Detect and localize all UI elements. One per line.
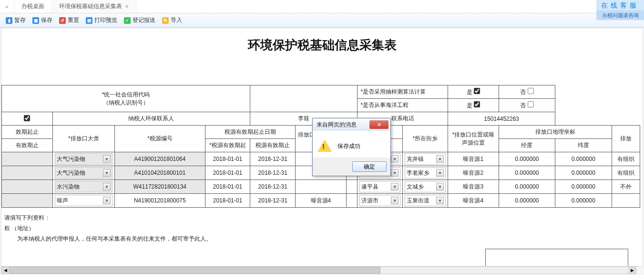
chevron-down-icon[interactable]: ▼ — [103, 183, 111, 190]
scroll-left-button[interactable]: ◀ — [1, 267, 9, 274]
row-checkbox-cell — [2, 112, 53, 126]
dialog-ok-button[interactable]: 确定 — [352, 161, 387, 172]
chevron-down-icon[interactable]: ▼ — [391, 169, 399, 177]
cell-to[interactable]: 2018-12-31 — [250, 180, 296, 194]
col-lat: 纬度 — [555, 139, 612, 152]
cell-street[interactable]: 文城乡▼ — [403, 180, 448, 194]
col-right: 排放 — [612, 126, 640, 152]
cell-lat[interactable]: 0.000000 — [555, 166, 612, 180]
cell-to[interactable]: 2018-12-31 — [250, 166, 296, 180]
label-no: 否 — [499, 99, 555, 112]
cell-to[interactable]: 2018-12-31 — [250, 194, 296, 208]
dialog-title: 来自网页的消息 — [317, 121, 357, 129]
col-tax-range: 税源有效期起止日期 — [205, 126, 296, 139]
dialog-body: ! 保存成功 — [313, 131, 390, 158]
pause-button[interactable]: ▮暂存 — [6, 16, 26, 24]
cell-cat[interactable]: 水污染物▼ — [52, 180, 114, 194]
chevron-down-icon[interactable]: ▼ — [436, 169, 444, 177]
cell-valid — [2, 194, 53, 208]
chevron-down-icon[interactable]: ▼ — [391, 155, 399, 163]
import-button[interactable]: ✎导入 — [162, 16, 182, 24]
table-row: 噪声▼N4190012018000752018-01-012018-12-31噪… — [2, 194, 640, 208]
cell-valid — [2, 152, 53, 166]
cell-cat[interactable]: 大气污染物▼ — [52, 152, 114, 166]
cell-lon[interactable]: 0.000000 — [499, 152, 555, 166]
scroll-thumb[interactable] — [9, 267, 380, 274]
warning-icon: ! — [317, 139, 332, 153]
chevron-down-icon[interactable]: ▼ — [436, 155, 444, 163]
tab-prev-button[interactable]: « — [0, 0, 14, 13]
cell-from[interactable]: 2018-01-01 — [205, 194, 250, 208]
register-button[interactable]: ✓登记报送 — [124, 16, 155, 24]
reset-button[interactable]: ↺重置 — [59, 16, 79, 24]
cell-pos[interactable]: 噪音源3 — [448, 180, 499, 194]
toolbar-label: 保存 — [41, 16, 52, 24]
cell-street[interactable]: 李老家乡▼ — [403, 166, 448, 180]
tab-env-form[interactable]: 环境保税基础信息采集表 ✕ — [52, 0, 136, 13]
save-button[interactable]: ▣保存 — [32, 16, 52, 24]
chevron-down-icon[interactable]: ▼ — [436, 183, 444, 190]
check-icon: ✓ — [124, 17, 131, 24]
message-dialog: 来自网页的消息 ✕ ! 保存成功 确定 — [312, 118, 391, 176]
cell-src: A419001201801064 — [114, 152, 205, 166]
pause-icon: ▮ — [6, 17, 12, 24]
cell-src: W411728201800134 — [114, 180, 205, 194]
cell-src: N419001201800075 — [114, 194, 205, 208]
cell-pos[interactable]: 噪音源1 — [448, 152, 499, 166]
dialog-close-button[interactable]: ✕ — [369, 120, 388, 129]
toolbar-label: 暂存 — [14, 16, 26, 24]
cell-street[interactable]: 克井镇▼ — [403, 152, 448, 166]
cell-lon[interactable]: 0.000000 — [499, 194, 555, 208]
scroll-right-button[interactable]: ▶ — [628, 267, 636, 274]
cell-noise[interactable]: 噪音源4 — [296, 194, 347, 208]
sampling-no-checkbox[interactable] — [528, 88, 534, 94]
cell-street[interactable]: 玉泉街道▼ — [403, 194, 448, 208]
chevron-down-icon[interactable]: ▼ — [391, 183, 399, 190]
dialog-footer: 确定 — [313, 158, 390, 176]
row-checkbox[interactable] — [24, 115, 30, 121]
tab-label: 环境保税基础信息采集表 — [59, 2, 122, 11]
ocean-yes-checkbox[interactable] — [474, 101, 480, 107]
dialog-titlebar[interactable]: 来自网页的消息 ✕ — [313, 118, 390, 131]
credit-code-value[interactable] — [250, 85, 358, 112]
ocean-no-checkbox[interactable] — [528, 101, 534, 107]
cell-lon[interactable]: 0.000000 — [499, 180, 555, 194]
tab-desktop[interactable]: 办税桌面 — [14, 0, 52, 13]
cell-from[interactable]: 2018-01-01 — [205, 166, 250, 180]
phone-value[interactable]: 15014452263 — [448, 112, 555, 126]
chevron-down-icon[interactable]: ▼ — [436, 197, 444, 204]
page-title: 环境保护税基础信息采集表 — [1, 28, 643, 57]
cell-noise[interactable] — [296, 180, 347, 194]
scroll-track[interactable] — [9, 267, 628, 274]
chevron-down-icon[interactable]: ▼ — [103, 155, 111, 163]
cell-cat[interactable]: 大气污染物▼ — [52, 166, 114, 180]
cell-pos[interactable]: 噪音源2 — [448, 166, 499, 180]
cell-from[interactable]: 2018-01-01 — [205, 180, 250, 194]
label-no: 否 — [499, 85, 555, 99]
cell-lon[interactable]: 0.000000 — [499, 166, 555, 180]
print-button[interactable]: ▤打印预览 — [86, 16, 117, 24]
label-contact: 纳税人环保联系人 — [52, 112, 250, 126]
chevron-down-icon[interactable]: ▼ — [103, 197, 111, 204]
chevron-down-icon[interactable]: ▼ — [103, 169, 111, 177]
cell-pos[interactable]: 噪音源4 — [448, 194, 499, 208]
col-outlet-pos: *排放口位置或噪声源位置 — [448, 126, 499, 152]
cell-lat[interactable]: 0.000000 — [555, 180, 612, 194]
sampling-yes-checkbox[interactable] — [474, 88, 480, 94]
cell-lat[interactable]: 0.000000 — [555, 194, 612, 208]
cell-to[interactable]: 2018-12-31 — [250, 152, 296, 166]
horizontal-scrollbar[interactable]: ◀ ▶ — [1, 266, 636, 274]
cell-cat[interactable]: 噪声▼ — [52, 194, 114, 208]
cell-star — [346, 194, 358, 208]
col-street: *所在街乡 — [403, 126, 448, 152]
label-ocean: *是否从事海洋工程 — [358, 99, 448, 112]
cell-from[interactable]: 2018-01-01 — [205, 152, 250, 166]
footer-line: 请填写下列资料： — [4, 212, 640, 223]
close-icon[interactable]: ✕ — [125, 4, 129, 9]
cell-county[interactable]: 济源市▼ — [358, 194, 403, 208]
chevron-down-icon[interactable]: ▼ — [391, 197, 399, 204]
col-valid-from: 效期起止 — [2, 126, 53, 139]
cell-lat[interactable]: 0.000000 — [555, 152, 612, 166]
online-service-panel[interactable]: 在线客服 办税问题请咨询 — [596, 0, 644, 20]
cell-county[interactable]: 遂平县▼ — [358, 180, 403, 194]
